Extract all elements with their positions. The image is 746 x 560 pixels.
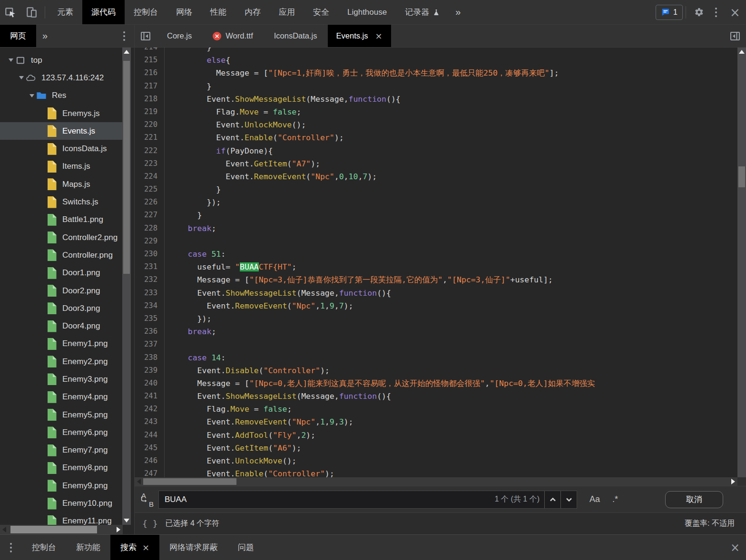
tree-item-iconsdata-js[interactable]: IconsData.js: [0, 140, 123, 157]
file-tab-events-js[interactable]: Events.js×: [328, 25, 391, 47]
close-tab-icon[interactable]: ×: [375, 31, 382, 41]
expander-arrow-icon[interactable]: [17, 76, 26, 79]
tree-item-enemy11-png[interactable]: Enemy11.png: [0, 512, 123, 525]
image-file-icon: [47, 444, 57, 456]
tree-item-enemy9-png[interactable]: Enemy9.png: [0, 477, 123, 494]
tree-item-enemy6-png[interactable]: Enemy6.png: [0, 424, 123, 441]
sidebar-vertical-scrollbar[interactable]: [122, 48, 131, 525]
messages-badge[interactable]: 1: [656, 5, 683, 20]
editor-scroll-up-icon[interactable]: [737, 48, 746, 56]
code-text: Event.RemoveEvent("Npc",0,10,7);: [164, 170, 377, 183]
file-tab-word-ttf[interactable]: ×Word.ttf: [202, 25, 263, 47]
hide-navigator-icon[interactable]: [135, 25, 157, 47]
file-tab-core-js[interactable]: Core.js: [157, 25, 202, 47]
tree-item-enemy8-png[interactable]: Enemy8.png: [0, 459, 123, 477]
file-tab-iconsdata-js[interactable]: IconsData.js: [264, 25, 328, 47]
tree-item-enemy4-png[interactable]: Enemy4.png: [0, 388, 123, 406]
tree-item-battle1-png[interactable]: Battle1.png: [0, 211, 123, 229]
search-input[interactable]: [159, 495, 495, 504]
tree-item-enemy2-png[interactable]: Enemy2.png: [0, 353, 123, 370]
tab-memory[interactable]: 内存: [236, 0, 270, 24]
next-match-icon[interactable]: [560, 491, 577, 508]
tree-item-enemy7-png[interactable]: Enemy7.png: [0, 442, 123, 459]
tab-label: 安全: [313, 7, 329, 18]
tree-item-controller-png[interactable]: Controller.png: [0, 246, 123, 264]
code-editor[interactable]: 214 }215 else{216 Message = ["[Npc=1,奸商]…: [135, 48, 746, 486]
tree-item-enemys-js[interactable]: Enemys.js: [0, 105, 123, 122]
tree-item-label: Res: [52, 91, 66, 100]
sidebar-kebab-icon[interactable]: [116, 25, 132, 47]
close-drawer-tab-icon[interactable]: ×: [142, 542, 149, 552]
format-braces-icon[interactable]: { }: [142, 519, 158, 529]
tree-item-controller2-png[interactable]: Controller2.png: [0, 229, 123, 246]
previous-match-icon[interactable]: [544, 491, 560, 508]
tab-security[interactable]: 安全: [304, 0, 338, 24]
tree-item-door4-png[interactable]: Door4.png: [0, 317, 123, 335]
pane-headers: 网页 » Core.js×Word.ttfIconsData.jsEvents.…: [0, 25, 746, 48]
drawer-tab-whats-new[interactable]: 新功能: [66, 535, 110, 560]
sidebar-vscroll-thumb[interactable]: [123, 61, 130, 274]
close-devtools-icon[interactable]: ×: [724, 0, 746, 24]
tree-item-enemy1-png[interactable]: Enemy1.png: [0, 335, 123, 353]
drawer-tab-network-blocking[interactable]: 网络请求屏蔽: [159, 535, 228, 560]
drawer-tab-issues[interactable]: 问题: [228, 535, 264, 560]
tab-performance[interactable]: 性能: [201, 0, 236, 24]
editor-scroll-left-icon[interactable]: [135, 477, 143, 486]
tab-sources[interactable]: 源代码: [82, 0, 125, 24]
expander-arrow-icon[interactable]: [7, 58, 15, 62]
image-file-icon: [47, 480, 57, 492]
tree-item-enemy5-png[interactable]: Enemy5.png: [0, 406, 123, 424]
more-panels-chevron[interactable]: »: [449, 0, 467, 24]
tree-item-host[interactable]: 123.57.4.116:242: [0, 69, 123, 87]
more-options-kebab-icon[interactable]: [708, 0, 724, 24]
tree-item-door2-png[interactable]: Door2.png: [0, 282, 123, 299]
tree-item-switchs-js[interactable]: Switchs.js: [0, 193, 123, 211]
expander-arrow-icon[interactable]: [28, 94, 36, 97]
editor-scroll-right-icon[interactable]: [729, 477, 737, 486]
regex-toggle[interactable]: .*: [612, 494, 618, 504]
tab-lighthouse[interactable]: Lighthouse: [338, 0, 396, 24]
sidebar-horizontal-scrollbar[interactable]: [0, 525, 123, 534]
inspect-icon[interactable]: [0, 0, 21, 24]
tree-item-enemy3-png[interactable]: Enemy3.png: [0, 370, 123, 388]
toggle-sidebar-icon[interactable]: [724, 25, 746, 47]
tree-item-top[interactable]: top: [0, 51, 123, 69]
tree-item-items-js[interactable]: Items.js: [0, 158, 123, 175]
tree-item-door1-png[interactable]: Door1.png: [0, 264, 123, 282]
drawer-kebab-icon[interactable]: [0, 535, 22, 560]
tab-console[interactable]: 控制台: [125, 0, 167, 24]
tree-item-label: Enemy2.png: [62, 357, 108, 367]
code-text: }: [164, 209, 202, 222]
find-replace-icon[interactable]: A B: [139, 492, 158, 507]
editor-hscroll-thumb[interactable]: [143, 478, 236, 485]
tree-item-maps-js[interactable]: Maps.js: [0, 175, 123, 193]
gear-icon[interactable]: [689, 0, 708, 24]
editor-horizontal-scrollbar[interactable]: [135, 477, 737, 486]
tree-item-res-folder[interactable]: Res: [0, 87, 123, 105]
tree-item-door3-png[interactable]: Door3.png: [0, 299, 123, 317]
sidebar-more-chevron[interactable]: »: [36, 25, 54, 47]
line-number: 232: [135, 273, 164, 286]
match-case-toggle[interactable]: Aa: [589, 494, 600, 504]
tree-item-enemy10-png[interactable]: Enemy10.png: [0, 494, 123, 512]
drawer-tab-console[interactable]: 控制台: [22, 535, 66, 560]
tab-network[interactable]: 网络: [167, 0, 201, 24]
scroll-left-arrow-icon[interactable]: [0, 525, 9, 534]
editor-vscroll-thumb[interactable]: [738, 166, 745, 187]
tab-elements[interactable]: 元素: [48, 0, 82, 24]
tab-application[interactable]: 应用: [270, 0, 304, 24]
code-viewport[interactable]: 214 }215 else{216 Message = ["[Npc=1,奸商]…: [135, 48, 737, 477]
sidebar-hscroll-thumb[interactable]: [10, 526, 97, 533]
cancel-button[interactable]: 取消: [665, 491, 723, 508]
device-toolbar-icon[interactable]: [21, 0, 42, 24]
scroll-up-arrow-icon[interactable]: [122, 48, 131, 56]
tree-item-events-js[interactable]: Events.js: [0, 122, 123, 140]
tab-recorder[interactable]: 记录器: [396, 0, 449, 24]
editor-vertical-scrollbar[interactable]: [737, 48, 746, 477]
tab-page[interactable]: 网页: [0, 25, 36, 47]
scroll-down-arrow-icon[interactable]: [122, 516, 131, 525]
scroll-right-arrow-icon[interactable]: [114, 525, 123, 534]
drawer-tab-search[interactable]: 搜索×: [110, 535, 159, 560]
code-text: });: [164, 196, 221, 209]
close-drawer-icon[interactable]: ×: [724, 535, 746, 560]
